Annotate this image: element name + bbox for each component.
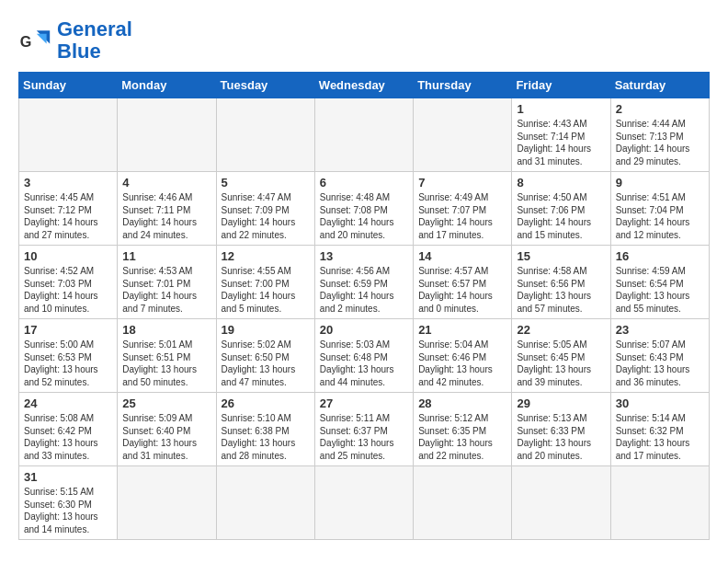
calendar-day-cell: 18Sunrise: 5:01 AM Sunset: 6:51 PM Dayli… <box>118 319 216 393</box>
day-number: 30 <box>616 396 704 410</box>
calendar-day-cell: 26Sunrise: 5:10 AM Sunset: 6:38 PM Dayli… <box>216 393 314 466</box>
calendar-day-cell <box>512 466 610 540</box>
day-number: 13 <box>320 249 408 263</box>
weekday-friday: Friday <box>512 73 610 98</box>
day-number: 21 <box>418 323 506 337</box>
calendar-table: SundayMondayTuesdayWednesdayThursdayFrid… <box>18 72 710 540</box>
calendar-day-cell: 11Sunrise: 4:53 AM Sunset: 7:01 PM Dayli… <box>118 246 216 319</box>
day-number: 18 <box>122 323 210 337</box>
calendar-day-cell: 25Sunrise: 5:09 AM Sunset: 6:40 PM Dayli… <box>118 393 216 466</box>
calendar-day-cell: 5Sunrise: 4:47 AM Sunset: 7:09 PM Daylig… <box>216 172 314 246</box>
day-number: 27 <box>320 396 408 410</box>
day-info: Sunrise: 5:05 AM Sunset: 6:45 PM Dayligh… <box>517 339 605 388</box>
calendar-day-cell: 3Sunrise: 4:45 AM Sunset: 7:12 PM Daylig… <box>19 172 118 246</box>
day-info: Sunrise: 4:46 AM Sunset: 7:11 PM Dayligh… <box>122 191 210 241</box>
day-number: 29 <box>517 396 605 410</box>
calendar-day-cell: 20Sunrise: 5:03 AM Sunset: 6:48 PM Dayli… <box>314 319 413 393</box>
day-info: Sunrise: 4:52 AM Sunset: 7:03 PM Dayligh… <box>24 265 112 315</box>
day-number: 6 <box>320 176 408 190</box>
weekday-sunday: Sunday <box>19 73 118 98</box>
calendar-day-cell: 22Sunrise: 5:05 AM Sunset: 6:45 PM Dayli… <box>512 319 610 393</box>
calendar-week-row: 31Sunrise: 5:15 AM Sunset: 6:30 PM Dayli… <box>19 466 710 540</box>
calendar-day-cell: 16Sunrise: 4:59 AM Sunset: 6:54 PM Dayli… <box>610 246 709 319</box>
day-info: Sunrise: 5:12 AM Sunset: 6:35 PM Dayligh… <box>418 412 506 462</box>
day-number: 28 <box>418 396 506 410</box>
day-number: 19 <box>222 323 310 337</box>
day-number: 22 <box>517 323 605 337</box>
day-info: Sunrise: 4:43 AM Sunset: 7:14 PM Dayligh… <box>517 118 605 167</box>
calendar-day-cell: 24Sunrise: 5:08 AM Sunset: 6:42 PM Dayli… <box>19 393 118 466</box>
calendar-day-cell: 17Sunrise: 5:00 AM Sunset: 6:53 PM Dayli… <box>19 319 118 393</box>
calendar-day-cell <box>314 98 413 172</box>
calendar-day-cell: 1Sunrise: 4:43 AM Sunset: 7:14 PM Daylig… <box>512 98 610 172</box>
calendar-day-cell <box>19 98 118 172</box>
day-info: Sunrise: 4:48 AM Sunset: 7:08 PM Dayligh… <box>320 191 408 241</box>
day-number: 4 <box>122 176 210 190</box>
day-info: Sunrise: 5:03 AM Sunset: 6:48 PM Dayligh… <box>320 339 408 388</box>
calendar-day-cell: 31Sunrise: 5:15 AM Sunset: 6:30 PM Dayli… <box>19 466 118 540</box>
generalblue-logo-icon: G <box>18 24 51 57</box>
calendar-day-cell: 19Sunrise: 5:02 AM Sunset: 6:50 PM Dayli… <box>216 319 314 393</box>
calendar-day-cell: 28Sunrise: 5:12 AM Sunset: 6:35 PM Dayli… <box>414 393 512 466</box>
day-info: Sunrise: 4:56 AM Sunset: 6:59 PM Dayligh… <box>320 265 408 315</box>
day-info: Sunrise: 5:11 AM Sunset: 6:37 PM Dayligh… <box>320 412 408 462</box>
day-number: 31 <box>24 470 112 484</box>
calendar-day-cell: 13Sunrise: 4:56 AM Sunset: 6:59 PM Dayli… <box>314 246 413 319</box>
day-info: Sunrise: 5:02 AM Sunset: 6:50 PM Dayligh… <box>222 339 310 388</box>
day-number: 9 <box>616 176 704 190</box>
calendar-day-cell: 29Sunrise: 5:13 AM Sunset: 6:33 PM Dayli… <box>512 393 610 466</box>
day-number: 20 <box>320 323 408 337</box>
calendar-day-cell: 7Sunrise: 4:49 AM Sunset: 7:07 PM Daylig… <box>414 172 512 246</box>
day-number: 14 <box>418 249 506 263</box>
calendar-day-cell: 4Sunrise: 4:46 AM Sunset: 7:11 PM Daylig… <box>118 172 216 246</box>
logo-general: General <box>57 17 132 40</box>
day-info: Sunrise: 4:47 AM Sunset: 7:09 PM Dayligh… <box>222 191 310 241</box>
calendar-day-cell: 21Sunrise: 5:04 AM Sunset: 6:46 PM Dayli… <box>414 319 512 393</box>
day-info: Sunrise: 4:44 AM Sunset: 7:13 PM Dayligh… <box>616 118 704 167</box>
day-info: Sunrise: 4:59 AM Sunset: 6:54 PM Dayligh… <box>616 265 704 315</box>
calendar-day-cell <box>216 466 314 540</box>
day-number: 15 <box>517 249 605 263</box>
day-info: Sunrise: 4:55 AM Sunset: 7:00 PM Dayligh… <box>222 265 310 315</box>
page-header: G General Blue <box>18 18 710 63</box>
calendar-day-cell: 2Sunrise: 4:44 AM Sunset: 7:13 PM Daylig… <box>610 98 709 172</box>
calendar-day-cell: 30Sunrise: 5:14 AM Sunset: 6:32 PM Dayli… <box>610 393 709 466</box>
calendar-week-row: 3Sunrise: 4:45 AM Sunset: 7:12 PM Daylig… <box>19 172 710 246</box>
day-info: Sunrise: 4:58 AM Sunset: 6:56 PM Dayligh… <box>517 265 605 315</box>
calendar-week-row: 17Sunrise: 5:00 AM Sunset: 6:53 PM Dayli… <box>19 319 710 393</box>
calendar-day-cell: 6Sunrise: 4:48 AM Sunset: 7:08 PM Daylig… <box>314 172 413 246</box>
day-number: 11 <box>122 249 210 263</box>
day-number: 3 <box>24 176 112 190</box>
day-number: 5 <box>222 176 310 190</box>
day-number: 23 <box>616 323 704 337</box>
day-number: 25 <box>122 396 210 410</box>
day-info: Sunrise: 5:10 AM Sunset: 6:38 PM Dayligh… <box>222 412 310 462</box>
day-number: 24 <box>24 396 112 410</box>
calendar-body: 1Sunrise: 4:43 AM Sunset: 7:14 PM Daylig… <box>19 98 710 540</box>
logo-blue: Blue <box>57 40 101 63</box>
calendar-day-cell: 27Sunrise: 5:11 AM Sunset: 6:37 PM Dayli… <box>314 393 413 466</box>
day-number: 7 <box>418 176 506 190</box>
calendar-day-cell: 10Sunrise: 4:52 AM Sunset: 7:03 PM Dayli… <box>19 246 118 319</box>
day-info: Sunrise: 5:13 AM Sunset: 6:33 PM Dayligh… <box>517 412 605 462</box>
day-info: Sunrise: 5:15 AM Sunset: 6:30 PM Dayligh… <box>24 486 112 535</box>
day-number: 17 <box>24 323 112 337</box>
day-number: 1 <box>517 102 605 116</box>
day-info: Sunrise: 4:50 AM Sunset: 7:06 PM Dayligh… <box>517 191 605 241</box>
svg-marker-2 <box>37 34 47 44</box>
day-number: 10 <box>24 249 112 263</box>
day-info: Sunrise: 5:09 AM Sunset: 6:40 PM Dayligh… <box>122 412 210 462</box>
weekday-header-row: SundayMondayTuesdayWednesdayThursdayFrid… <box>19 73 710 98</box>
day-number: 16 <box>616 249 704 263</box>
logo: G General Blue <box>18 18 132 63</box>
day-info: Sunrise: 4:53 AM Sunset: 7:01 PM Dayligh… <box>122 265 210 315</box>
day-info: Sunrise: 4:57 AM Sunset: 6:57 PM Dayligh… <box>418 265 506 315</box>
day-info: Sunrise: 5:04 AM Sunset: 6:46 PM Dayligh… <box>418 339 506 388</box>
calendar-day-cell <box>118 466 216 540</box>
svg-text:G: G <box>20 33 32 50</box>
day-info: Sunrise: 5:00 AM Sunset: 6:53 PM Dayligh… <box>24 339 112 388</box>
calendar-day-cell <box>414 98 512 172</box>
day-info: Sunrise: 4:45 AM Sunset: 7:12 PM Dayligh… <box>24 191 112 241</box>
calendar-day-cell: 23Sunrise: 5:07 AM Sunset: 6:43 PM Dayli… <box>610 319 709 393</box>
calendar-day-cell <box>610 466 709 540</box>
